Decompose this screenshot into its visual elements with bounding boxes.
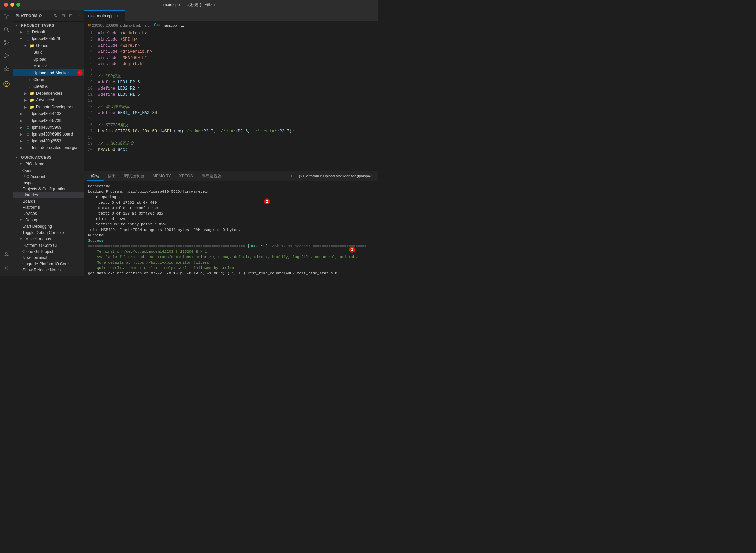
settings-icon[interactable] (1, 262, 12, 274)
tree-item-show-release[interactable]: Show Release Notes (13, 267, 84, 273)
terminal-content[interactable]: Connecting... Loading Program: .pio/buil… (84, 181, 378, 276)
tab-close-icon[interactable]: × (116, 13, 121, 19)
tree-item-pio-core-cli[interactable]: PlatformIO Core CLI (13, 242, 84, 249)
term-line-data1: get data ok: accleration of X/Y/Z: -0.10… (88, 271, 375, 276)
item-label-boards: Boards (22, 199, 84, 204)
chevron-right-icon: ▶ (18, 29, 24, 35)
tree-item-libraries[interactable]: Libraries (13, 192, 84, 198)
code-line-13: 13 // 最大静置时间 (84, 104, 378, 110)
tree-item-lpmsp430fr4133[interactable]: ▶ ⊡ lpmsp430fr4133 (13, 110, 84, 117)
minimize-button[interactable] (10, 3, 14, 7)
code-line-7: 7 (84, 67, 378, 73)
circle-icon-4: ○ (27, 70, 32, 76)
tab-terminal[interactable]: 终端 (87, 172, 104, 181)
tree-item-toggle-debug[interactable]: Toggle Debug Console (13, 230, 84, 236)
account-icon[interactable] (1, 249, 12, 260)
svg-point-15 (4, 81, 9, 87)
tab-output[interactable]: 输出 (104, 172, 120, 181)
tree-item-lpmsp430fr5739[interactable]: ▶ ⊡ lpmsp430fr5739 (13, 117, 84, 124)
tree-item-build[interactable]: ○ Build (13, 49, 84, 56)
maximize-button[interactable] (16, 3, 20, 7)
tree-item-platforms[interactable]: Platforms (13, 204, 84, 210)
section-project-tasks[interactable]: ▾ PROJECT TASKS (13, 22, 84, 29)
item-label-lpmsp430fr6989: lpmsp430fr6989 board (32, 132, 84, 137)
chevron-right-icon-9: ▶ (18, 138, 24, 144)
svg-rect-0 (4, 14, 6, 19)
tree-item-clean[interactable]: ○ Clean (13, 76, 84, 83)
item-label-platforms: Platforms (22, 205, 84, 210)
explorer-icon[interactable] (1, 11, 12, 22)
tree-item-pio-account[interactable]: PIO Account (13, 174, 84, 180)
code-line-5: 5 #include "MMA7660.h" (84, 55, 378, 61)
term-line-text1: .text: 0 of 17662 at 0x4400 (88, 200, 375, 205)
section-quick-access[interactable]: ▾ QUICK ACCESS (13, 154, 84, 161)
tree-item-open[interactable]: Open (13, 168, 84, 174)
item-label-upload: Upload (33, 57, 84, 62)
tree-item-test-deprecated[interactable]: ▶ ⊡ test_deprecated_energia (13, 144, 84, 151)
code-editor[interactable]: 1 #include <Arduino.h> 2 #include <SPI.h… (84, 29, 378, 171)
term-line-preparing: Preparing ... (88, 194, 375, 200)
tree-item-monitor[interactable]: ○ Monitor (13, 63, 84, 69)
tree-item-pio-home[interactable]: ▾ PIO Home (13, 161, 84, 168)
svg-line-7 (5, 42, 7, 42)
split-terminal-icon[interactable]: ⌄ (294, 174, 297, 178)
tree-item-misc[interactable]: ▾ Miscellaneous (13, 236, 84, 242)
sidebar-header: PLATFORMIO ↻ ⊟ ⊡ ··· (13, 10, 84, 22)
item-label-lpmsp430g2553: lpmsp430g2553 (32, 139, 84, 143)
run-debug-icon[interactable] (1, 50, 12, 61)
tree-item-projects-config[interactable]: Projects & Configuration (13, 186, 84, 192)
close-button[interactable] (4, 3, 8, 7)
tree-item-devices[interactable]: Devices (13, 210, 84, 217)
term-line-data2: get data ok: accleration of X/Y/Z: -0.10… (88, 276, 375, 276)
code-line-6: 6 #include "Ucglib.h" (84, 61, 378, 67)
code-line-11: 11 #define LED3 P1_5 (84, 92, 378, 98)
search-icon[interactable] (1, 24, 12, 35)
more-options-icon[interactable]: ··· (75, 13, 81, 19)
tree-item-advanced[interactable]: ▶ 📁 Advanced (13, 97, 84, 104)
tree-item-start-debugging[interactable]: Start Debugging (13, 223, 84, 230)
tab-debug-console[interactable]: 调试控制台 (120, 172, 148, 181)
item-label-general: General (36, 43, 84, 48)
platformio-alien-icon[interactable] (1, 78, 12, 90)
add-terminal-icon[interactable]: + (290, 174, 293, 179)
tree-item-clean-all[interactable]: ○ Clean All (13, 83, 84, 90)
sidebar-title: PLATFORMIO (16, 14, 42, 18)
activity-bar (0, 10, 13, 276)
tree-item-upgrade-pio[interactable]: Upgrade PlatformIO Core (13, 261, 84, 267)
chevron-down-icon-4: ▾ (18, 161, 24, 167)
tree-item-lpmsp430fr6989[interactable]: ▶ ⊡ lpmsp430fr6989 board (13, 131, 84, 138)
tab-serial-monitor[interactable]: 串行监视器 (197, 172, 226, 181)
code-line-18: 18 (84, 135, 378, 141)
chevron-right-icon-6: ▶ (18, 118, 24, 123)
tree-item-remote-dev[interactable]: ▶ 📁 Remote Development (13, 104, 84, 110)
tree-item-new-terminal[interactable]: New Terminal (13, 255, 84, 261)
tree-item-debug[interactable]: ▾ Debug (13, 217, 84, 223)
tree-item-upload[interactable]: ○ Upload (13, 56, 84, 63)
item-label-build: Build (33, 50, 84, 55)
collapse-icon[interactable]: ⊡ (68, 13, 74, 19)
tree-item-lpmsp430fr5969[interactable]: ▶ ⊡ lpmsp430fr5969 (13, 124, 84, 131)
tree-item-dependencies[interactable]: ▶ 📁 Dependencies (13, 90, 84, 97)
tree-item-general[interactable]: ▾ 📁 General (13, 42, 84, 49)
device-icon: ⊡ (25, 29, 31, 35)
extensions-icon[interactable] (1, 63, 12, 74)
code-line-10: 10 #define LED2 P2_4 (84, 85, 378, 92)
tree-item-inspect[interactable]: Inspect (13, 180, 84, 186)
term-line-loading: Loading Program: .pio/build/lpmsp430f552… (88, 189, 375, 194)
tab-xrtos[interactable]: XRTOS (175, 172, 197, 180)
tab-memory[interactable]: MEMORY (148, 172, 175, 180)
tree-item-clone-git[interactable]: Clone Git Project (13, 249, 84, 255)
tree-item-default[interactable]: ▶ ⊡ Default (13, 29, 84, 35)
code-line-4: 4 #include <driverlib.h> (84, 49, 378, 55)
tree-item-boards[interactable]: Boards (13, 198, 84, 204)
svg-point-20 (5, 252, 7, 254)
tree-item-upload-monitor[interactable]: ○ Upload and Monitor 1 (13, 69, 84, 76)
tree-item-lpmsp430f5529[interactable]: ▾ ⊡ lpmsp430f5529 (13, 35, 84, 42)
source-control-icon[interactable] (1, 37, 12, 48)
refresh-icon[interactable]: ↻ (53, 13, 59, 19)
layout-icon[interactable]: ⊟ (60, 13, 66, 19)
term-line-success: Success (88, 238, 375, 243)
tab-main-cpp[interactable]: C++ main.cpp × (84, 10, 125, 21)
tree-item-lpmsp430g2553[interactable]: ▶ ⊡ lpmsp430g2553 (13, 138, 84, 144)
item-label-pio-account: PIO Account (22, 174, 84, 179)
